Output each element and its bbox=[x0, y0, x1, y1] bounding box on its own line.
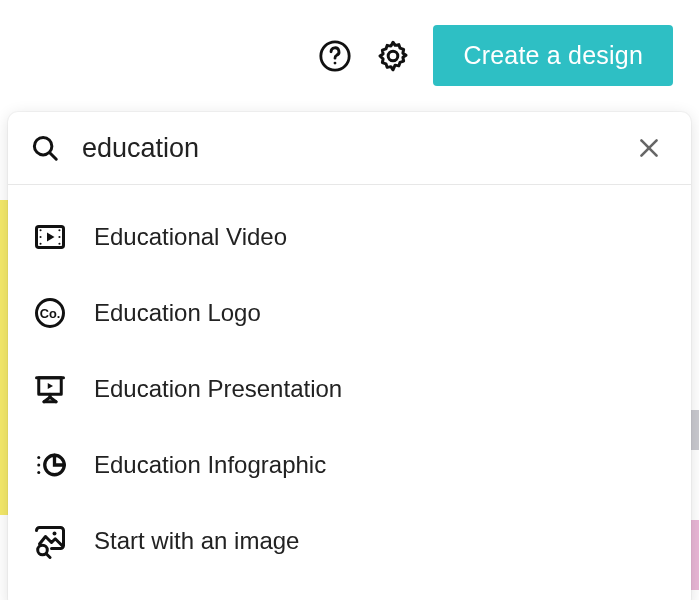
create-design-button[interactable]: Create a design bbox=[433, 25, 673, 86]
help-icon[interactable] bbox=[317, 38, 353, 74]
page-background-strip bbox=[0, 200, 8, 515]
image-search-icon bbox=[30, 521, 70, 561]
close-icon[interactable] bbox=[633, 132, 665, 164]
presentation-icon bbox=[30, 369, 70, 409]
suggestion-label: Education Logo bbox=[94, 299, 261, 327]
suggestion-label: Education Presentation bbox=[94, 375, 342, 403]
search-dropdown: Educational Video Co. Education Logo bbox=[8, 112, 691, 600]
svg-marker-8 bbox=[47, 233, 55, 242]
suggestion-label: Education Infographic bbox=[94, 451, 326, 479]
search-icon bbox=[30, 133, 60, 163]
svg-point-25 bbox=[37, 464, 40, 467]
svg-marker-19 bbox=[48, 383, 53, 389]
video-icon bbox=[30, 217, 70, 257]
suggestions-list: Educational Video Co. Education Logo bbox=[8, 185, 691, 600]
svg-text:Co.: Co. bbox=[40, 306, 61, 321]
svg-point-9 bbox=[40, 229, 42, 231]
search-row bbox=[8, 112, 691, 185]
suggestion-education-presentation[interactable]: Education Presentation bbox=[8, 351, 691, 427]
svg-point-13 bbox=[58, 236, 60, 238]
gear-icon[interactable] bbox=[375, 38, 411, 74]
svg-point-24 bbox=[37, 456, 40, 459]
logo-icon: Co. bbox=[30, 293, 70, 333]
svg-point-1 bbox=[334, 61, 337, 64]
svg-line-30 bbox=[46, 554, 50, 558]
page-background-strip bbox=[691, 520, 699, 590]
svg-point-12 bbox=[58, 229, 60, 231]
search-input[interactable] bbox=[82, 133, 633, 164]
suggestion-label: Educational Video bbox=[94, 223, 287, 251]
svg-point-26 bbox=[37, 471, 40, 474]
suggestion-label: Start with an image bbox=[94, 527, 299, 555]
svg-point-28 bbox=[53, 532, 57, 536]
svg-line-4 bbox=[50, 153, 56, 159]
infographic-icon bbox=[30, 445, 70, 485]
suggestion-educational-video[interactable]: Educational Video bbox=[8, 199, 691, 275]
suggestion-start-with-image[interactable]: Start with an image bbox=[8, 503, 691, 579]
svg-point-11 bbox=[40, 243, 42, 245]
svg-point-10 bbox=[40, 236, 42, 238]
svg-point-2 bbox=[389, 51, 399, 61]
page-background-strip bbox=[691, 410, 699, 450]
svg-point-14 bbox=[58, 243, 60, 245]
top-bar: Create a design bbox=[0, 0, 699, 106]
suggestion-education-logo[interactable]: Co. Education Logo bbox=[8, 275, 691, 351]
suggestion-education-infographic[interactable]: Education Infographic bbox=[8, 427, 691, 503]
